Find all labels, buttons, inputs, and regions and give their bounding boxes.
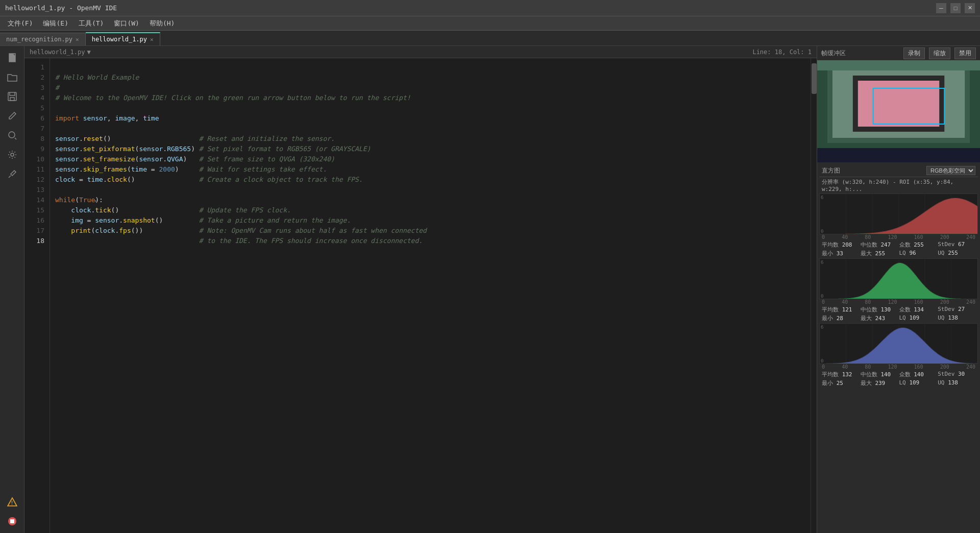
svg-point-3 — [11, 153, 14, 156]
zoom-button[interactable]: 缩放 — [929, 47, 950, 59]
maximize-button[interactable]: □ — [950, 3, 961, 13]
green-channel-stats: 平均数 121 中位数 130 众数 134 StDev 27 最小 28 最大… — [819, 305, 978, 323]
sidebar: ! — [0, 46, 24, 533]
tab-label: num_recognition.py — [6, 36, 72, 43]
menu-window[interactable]: 窗口(W) — [109, 17, 144, 30]
histogram-panel: 直方图 RGB色彩空间 灰度 LAB色彩空间 分辨率 (w:320, h:240… — [817, 162, 980, 533]
line-num-3: 3 — [24, 83, 44, 93]
tab-num-recognition[interactable]: num_recognition.py ✕ — [0, 33, 86, 45]
svg-rect-6 — [10, 519, 14, 523]
green-histogram-container: 0 40 80 120 160 200 240 平均数 121 中位数 130 … — [819, 258, 978, 323]
scroll-thumb[interactable] — [812, 63, 817, 94]
red-channel-stats: 平均数 208 中位数 247 众数 255 StDev 67 最小 33 最大… — [819, 240, 978, 258]
sidebar-icon-search[interactable] — [3, 126, 21, 144]
tab-close-icon[interactable]: ✕ — [150, 36, 154, 43]
minimize-button[interactable]: ─ — [936, 3, 946, 13]
line-num-14: 14 — [24, 195, 44, 205]
blue-histogram-container: 0 40 80 120 160 200 240 平均数 132 中位数 140 … — [819, 323, 978, 388]
code-content[interactable]: # Hello World Example # # Welcome to the… — [50, 58, 811, 533]
line-num-11: 11 — [24, 164, 44, 175]
code-editor[interactable]: 1 2 3 4 5 6 7 8 9 10 11 12 13 14 15 16▾ … — [24, 58, 817, 533]
line-num-10: 10 — [24, 154, 44, 164]
line-num-12: 12 — [24, 175, 44, 185]
line-num-8: 8 — [24, 134, 44, 144]
sidebar-bottom: ! — [3, 493, 21, 533]
sidebar-icon-folder[interactable] — [3, 68, 21, 86]
red-histogram-container: 0 40 80 120 160 200 240 平均数 208 中位数 247 … — [819, 193, 978, 258]
svg-text:!: ! — [10, 500, 13, 506]
line-num-4: 4 — [24, 93, 44, 103]
record-button[interactable]: 录制 — [903, 47, 925, 59]
line-num-1: 1 — [24, 62, 44, 72]
green-histogram-chart — [819, 258, 978, 299]
tab-helloworld[interactable]: helloworld_1.py ✕ — [86, 32, 160, 45]
main-layout: ! helloworld_1.py ▼ Line: 18, Col: 1 1 2… — [0, 46, 980, 533]
sidebar-icon-gear[interactable] — [3, 146, 21, 164]
line-num-16: 16▾ — [24, 215, 44, 226]
line-num-13: 13 — [24, 185, 44, 195]
close-button[interactable]: ✕ — [965, 3, 975, 13]
menu-file[interactable]: 文件(F) — [3, 17, 38, 30]
frame-buffer-label: 帧缓冲区 — [821, 49, 846, 58]
camera-canvas — [817, 60, 980, 148]
sidebar-icon-save[interactable] — [3, 87, 21, 106]
svg-point-2 — [9, 132, 15, 138]
menubar: 文件(F) 编辑(E) 工具(T) 窗口(W) 帮助(H) — [0, 16, 980, 31]
menu-tools[interactable]: 工具(T) — [74, 17, 109, 30]
line-num-17: 17 — [24, 226, 44, 236]
line-num-9: 9 — [24, 144, 44, 154]
chevron-down-icon[interactable]: ▼ — [87, 49, 90, 56]
line-numbers: 1 2 3 4 5 6 7 8 9 10 11 12 13 14 15 16▾ … — [24, 58, 50, 533]
right-panel: 帧缓冲区 录制 缩放 禁用 直方图 RGB色彩空间 灰度 LAB色彩空间 分辨率… — [817, 46, 980, 533]
titlebar: helloworld_1.py - OpenMV IDE ─ □ ✕ — [0, 0, 980, 16]
sidebar-icon-tools[interactable] — [3, 165, 21, 183]
red-histogram-chart — [819, 193, 978, 234]
color-space-selector[interactable]: RGB色彩空间 灰度 LAB色彩空间 — [926, 166, 975, 175]
sidebar-icon-edit[interactable] — [3, 107, 21, 125]
sidebar-icon-file[interactable] — [3, 49, 21, 67]
histogram-header: 直方图 RGB色彩空间 灰度 LAB色彩空间 — [819, 164, 978, 177]
line-col-status: Line: 18, Col: 1 — [752, 49, 812, 56]
sidebar-icon-stop[interactable] — [3, 512, 21, 530]
window-title: helloworld_1.py - OpenMV IDE — [5, 4, 117, 12]
disable-button[interactable]: 禁用 — [954, 47, 976, 59]
blue-histogram-chart — [819, 323, 978, 364]
line-num-6: 6 — [24, 113, 44, 124]
line-num-7: 7 — [24, 124, 44, 134]
tab-label: helloworld_1.py — [92, 36, 147, 43]
line-num-2: 2 — [24, 72, 44, 83]
blue-channel-stats: 平均数 132 中位数 140 众数 140 StDev 30 最小 25 最大… — [819, 370, 978, 388]
breadcrumb-filename: helloworld_1.py — [30, 49, 85, 56]
scrollbar[interactable] — [811, 58, 817, 533]
sidebar-icon-warning[interactable]: ! — [3, 493, 21, 511]
line-num-5: 5 — [24, 103, 44, 113]
camera-controls: 帧缓冲区 录制 缩放 禁用 — [817, 46, 980, 60]
editor-status-bar: helloworld_1.py ▼ Line: 18, Col: 1 — [24, 46, 817, 58]
tab-close-icon[interactable]: ✕ — [76, 36, 79, 43]
file-breadcrumb: helloworld_1.py ▼ — [30, 49, 91, 56]
camera-view — [817, 60, 980, 162]
line-num-18: 18 — [24, 236, 44, 246]
histogram-label: 直方图 — [822, 166, 840, 175]
histogram-resolution-info: 分辨率 (w:320, h:240) - ROI (x:35, y:84, w:… — [819, 177, 978, 193]
window-controls: ─ □ ✕ — [936, 3, 975, 13]
tabbar: num_recognition.py ✕ helloworld_1.py ✕ — [0, 31, 980, 46]
line-num-15: 15 — [24, 205, 44, 215]
editor-area: helloworld_1.py ▼ Line: 18, Col: 1 1 2 3… — [24, 46, 817, 533]
menu-edit[interactable]: 编辑(E) — [38, 17, 73, 30]
menu-help[interactable]: 帮助(H) — [144, 17, 180, 30]
